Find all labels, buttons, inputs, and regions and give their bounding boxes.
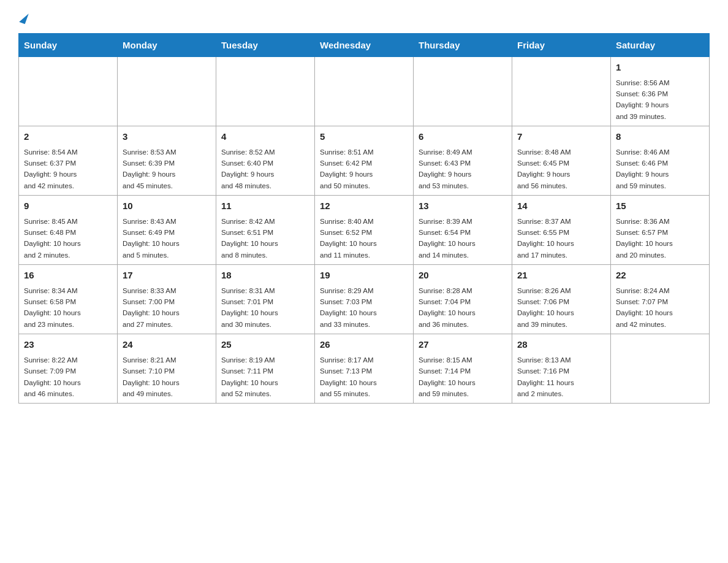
day-info: Sunrise: 8:17 AM Sunset: 7:13 PM Dayligh… — [320, 354, 408, 400]
calendar-cell: 10Sunrise: 8:43 AM Sunset: 6:49 PM Dayli… — [118, 196, 216, 265]
calendar-cell — [512, 57, 611, 126]
calendar-cell: 27Sunrise: 8:15 AM Sunset: 7:14 PM Dayli… — [414, 334, 512, 404]
logo-triangle-icon — [19, 12, 29, 24]
page-header — [18, 12, 710, 23]
day-number: 10 — [123, 199, 211, 213]
day-number: 2 — [24, 130, 112, 144]
day-info: Sunrise: 8:52 AM Sunset: 6:40 PM Dayligh… — [221, 147, 309, 192]
day-info: Sunrise: 8:13 AM Sunset: 7:16 PM Dayligh… — [517, 354, 605, 400]
day-info: Sunrise: 8:15 AM Sunset: 7:14 PM Dayligh… — [419, 354, 507, 400]
day-info: Sunrise: 8:36 AM Sunset: 6:57 PM Dayligh… — [616, 216, 704, 261]
calendar-cell: 28Sunrise: 8:13 AM Sunset: 7:16 PM Dayli… — [512, 334, 611, 404]
day-number: 13 — [419, 199, 507, 213]
calendar-cell: 5Sunrise: 8:51 AM Sunset: 6:42 PM Daylig… — [315, 126, 414, 196]
calendar-cell: 25Sunrise: 8:19 AM Sunset: 7:11 PM Dayli… — [216, 334, 315, 404]
week-row-2: 2Sunrise: 8:54 AM Sunset: 6:37 PM Daylig… — [19, 126, 710, 196]
day-number: 27 — [419, 338, 507, 352]
day-info: Sunrise: 8:24 AM Sunset: 7:07 PM Dayligh… — [616, 285, 704, 331]
calendar-table: SundayMondayTuesdayWednesdayThursdayFrid… — [18, 33, 710, 404]
day-number: 21 — [517, 269, 605, 283]
day-number: 16 — [24, 269, 112, 283]
day-number: 25 — [221, 338, 309, 352]
weekday-header-monday: Monday — [118, 34, 216, 57]
day-info: Sunrise: 8:31 AM Sunset: 7:01 PM Dayligh… — [221, 285, 309, 331]
day-info: Sunrise: 8:43 AM Sunset: 6:49 PM Dayligh… — [123, 216, 211, 261]
calendar-cell: 17Sunrise: 8:33 AM Sunset: 7:00 PM Dayli… — [118, 265, 216, 334]
day-number: 26 — [320, 338, 408, 352]
calendar-cell: 8Sunrise: 8:46 AM Sunset: 6:46 PM Daylig… — [611, 126, 710, 196]
calendar-cell: 9Sunrise: 8:45 AM Sunset: 6:48 PM Daylig… — [19, 196, 118, 265]
day-number: 12 — [320, 199, 408, 213]
week-row-1: 1Sunrise: 8:56 AM Sunset: 6:36 PM Daylig… — [19, 57, 710, 126]
calendar-cell: 13Sunrise: 8:39 AM Sunset: 6:54 PM Dayli… — [414, 196, 512, 265]
day-info: Sunrise: 8:34 AM Sunset: 6:58 PM Dayligh… — [24, 285, 112, 331]
calendar-cell: 4Sunrise: 8:52 AM Sunset: 6:40 PM Daylig… — [216, 126, 315, 196]
day-number: 24 — [123, 338, 211, 352]
calendar-cell: 26Sunrise: 8:17 AM Sunset: 7:13 PM Dayli… — [315, 334, 414, 404]
calendar-cell: 1Sunrise: 8:56 AM Sunset: 6:36 PM Daylig… — [611, 57, 710, 126]
logo — [18, 12, 27, 23]
calendar-cell: 16Sunrise: 8:34 AM Sunset: 6:58 PM Dayli… — [19, 265, 118, 334]
day-info: Sunrise: 8:29 AM Sunset: 7:03 PM Dayligh… — [320, 285, 408, 331]
day-info: Sunrise: 8:39 AM Sunset: 6:54 PM Dayligh… — [419, 216, 507, 261]
calendar-cell: 15Sunrise: 8:36 AM Sunset: 6:57 PM Dayli… — [611, 196, 710, 265]
calendar-cell: 3Sunrise: 8:53 AM Sunset: 6:39 PM Daylig… — [118, 126, 216, 196]
day-number: 11 — [221, 199, 309, 213]
calendar-cell — [19, 57, 118, 126]
day-number: 19 — [320, 269, 408, 283]
day-info: Sunrise: 8:19 AM Sunset: 7:11 PM Dayligh… — [221, 354, 309, 400]
day-number: 9 — [24, 199, 112, 213]
day-info: Sunrise: 8:21 AM Sunset: 7:10 PM Dayligh… — [123, 354, 211, 400]
day-number: 6 — [419, 130, 507, 144]
week-row-3: 9Sunrise: 8:45 AM Sunset: 6:48 PM Daylig… — [19, 196, 710, 265]
calendar-cell: 19Sunrise: 8:29 AM Sunset: 7:03 PM Dayli… — [315, 265, 414, 334]
weekday-header-saturday: Saturday — [611, 34, 710, 57]
calendar-cell — [611, 334, 710, 404]
day-info: Sunrise: 8:26 AM Sunset: 7:06 PM Dayligh… — [517, 285, 605, 331]
day-info: Sunrise: 8:22 AM Sunset: 7:09 PM Dayligh… — [24, 354, 112, 400]
week-row-5: 23Sunrise: 8:22 AM Sunset: 7:09 PM Dayli… — [19, 334, 710, 404]
day-number: 22 — [616, 269, 704, 283]
day-info: Sunrise: 8:46 AM Sunset: 6:46 PM Dayligh… — [616, 147, 704, 192]
calendar-cell — [118, 57, 216, 126]
day-number: 8 — [616, 130, 704, 144]
day-number: 28 — [517, 338, 605, 352]
day-info: Sunrise: 8:42 AM Sunset: 6:51 PM Dayligh… — [221, 216, 309, 261]
day-number: 7 — [517, 130, 605, 144]
calendar-cell: 24Sunrise: 8:21 AM Sunset: 7:10 PM Dayli… — [118, 334, 216, 404]
day-number: 17 — [123, 269, 211, 283]
day-number: 18 — [221, 269, 309, 283]
weekday-header-tuesday: Tuesday — [216, 34, 315, 57]
calendar-cell: 14Sunrise: 8:37 AM Sunset: 6:55 PM Dayli… — [512, 196, 611, 265]
day-number: 23 — [24, 338, 112, 352]
weekday-header-wednesday: Wednesday — [315, 34, 414, 57]
calendar-cell: 11Sunrise: 8:42 AM Sunset: 6:51 PM Dayli… — [216, 196, 315, 265]
day-info: Sunrise: 8:40 AM Sunset: 6:52 PM Dayligh… — [320, 216, 408, 261]
calendar-cell: 7Sunrise: 8:48 AM Sunset: 6:45 PM Daylig… — [512, 126, 611, 196]
weekday-header-sunday: Sunday — [19, 34, 118, 57]
day-info: Sunrise: 8:56 AM Sunset: 6:36 PM Dayligh… — [616, 77, 704, 123]
day-number: 1 — [616, 61, 704, 75]
day-info: Sunrise: 8:33 AM Sunset: 7:00 PM Dayligh… — [123, 285, 211, 331]
day-info: Sunrise: 8:54 AM Sunset: 6:37 PM Dayligh… — [24, 147, 112, 192]
day-info: Sunrise: 8:37 AM Sunset: 6:55 PM Dayligh… — [517, 216, 605, 261]
day-number: 5 — [320, 130, 408, 144]
calendar-cell: 12Sunrise: 8:40 AM Sunset: 6:52 PM Dayli… — [315, 196, 414, 265]
calendar-cell: 6Sunrise: 8:49 AM Sunset: 6:43 PM Daylig… — [414, 126, 512, 196]
calendar-cell — [216, 57, 315, 126]
calendar-cell — [315, 57, 414, 126]
day-number: 4 — [221, 130, 309, 144]
day-number: 15 — [616, 199, 704, 213]
calendar-cell: 23Sunrise: 8:22 AM Sunset: 7:09 PM Dayli… — [19, 334, 118, 404]
day-info: Sunrise: 8:48 AM Sunset: 6:45 PM Dayligh… — [517, 147, 605, 192]
calendar-cell: 20Sunrise: 8:28 AM Sunset: 7:04 PM Dayli… — [414, 265, 512, 334]
weekday-header-friday: Friday — [512, 34, 611, 57]
day-info: Sunrise: 8:49 AM Sunset: 6:43 PM Dayligh… — [419, 147, 507, 192]
day-number: 3 — [123, 130, 211, 144]
day-info: Sunrise: 8:53 AM Sunset: 6:39 PM Dayligh… — [123, 147, 211, 192]
weekday-header-thursday: Thursday — [414, 34, 512, 57]
week-row-4: 16Sunrise: 8:34 AM Sunset: 6:58 PM Dayli… — [19, 265, 710, 334]
weekday-header-row: SundayMondayTuesdayWednesdayThursdayFrid… — [19, 34, 710, 57]
calendar-cell: 2Sunrise: 8:54 AM Sunset: 6:37 PM Daylig… — [19, 126, 118, 196]
calendar-cell: 21Sunrise: 8:26 AM Sunset: 7:06 PM Dayli… — [512, 265, 611, 334]
